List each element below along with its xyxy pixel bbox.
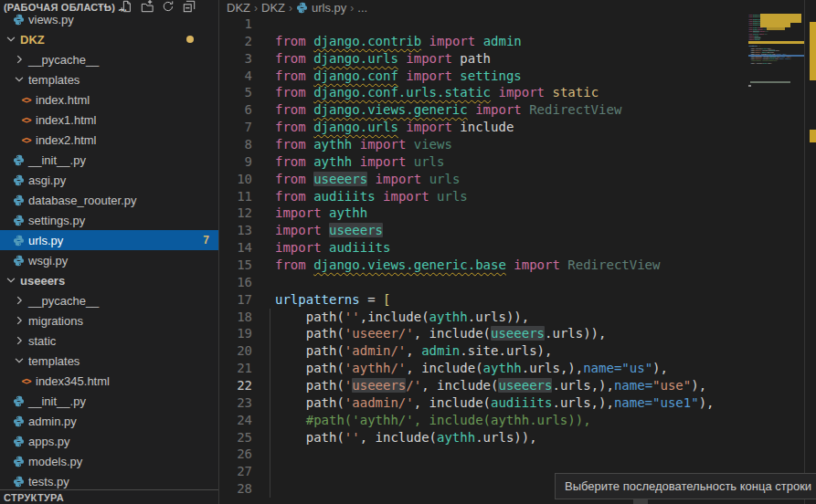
tree-item-urls-py[interactable]: urls.py7 <box>0 230 218 250</box>
line-number-16[interactable]: 16 <box>220 274 252 291</box>
line-number-4[interactable]: 4 <box>220 68 252 85</box>
tree-item-index2-html[interactable]: <>index2.html <box>0 130 218 150</box>
code-line-9[interactable]: from aythh import urls <box>275 153 714 171</box>
refresh-button[interactable] <box>161 0 175 14</box>
line-number-20[interactable]: 20 <box>220 342 252 360</box>
warning-marker <box>810 22 816 80</box>
more-actions-icon: ··· <box>99 0 112 13</box>
tree-item-apps-py[interactable]: apps.py <box>0 431 218 451</box>
line-number-5[interactable]: 5 <box>220 84 252 101</box>
code-line-1[interactable] <box>275 16 714 33</box>
tree-item-admin-py[interactable]: admin.py <box>0 411 218 431</box>
line-number-8[interactable]: 8 <box>220 136 252 153</box>
code-line-3[interactable]: from django.urls import path <box>275 50 714 68</box>
code-line-2[interactable]: from django.contrib import admin <box>275 33 714 50</box>
code-line-14[interactable]: import audiiits <box>275 239 714 257</box>
outline-section-header[interactable]: СТРУКТУРА <box>0 489 218 504</box>
chevron-down-icon <box>4 32 18 47</box>
line-number-7[interactable]: 7 <box>220 119 252 136</box>
line-number-26[interactable]: 26 <box>220 446 252 463</box>
overview-ruler[interactable] <box>804 0 816 504</box>
code-line-10[interactable]: from useeers import urls <box>275 171 714 188</box>
line-number-10[interactable]: 10 <box>220 171 252 188</box>
tree-item-asgi-py[interactable]: asgi.py <box>0 170 218 190</box>
python-file-icon <box>11 456 26 467</box>
tree-item-label: templates <box>28 354 79 368</box>
new-file-button[interactable] <box>119 0 133 14</box>
tree-item-label: apps.py <box>28 435 70 448</box>
tree-item-settings-py[interactable]: settings.py <box>0 210 218 230</box>
tree-item-templates[interactable]: templates <box>0 351 218 371</box>
line-number-1[interactable]: 1 <box>220 16 252 33</box>
minimap[interactable]: from django.contrib import adminfrom dja… <box>748 12 805 190</box>
tree-item-wsgi-py[interactable]: wsgi.py <box>0 250 218 270</box>
breadcrumb-item--[interactable]: ... <box>357 1 367 15</box>
code-line-12[interactable]: import aythh <box>275 205 714 222</box>
code-line-16[interactable] <box>275 274 714 291</box>
tree-item--init-py[interactable]: __init__.py <box>0 150 218 170</box>
code-line-17[interactable]: urlpatterns = [ <box>275 291 714 309</box>
line-number-19[interactable]: 19 <box>220 325 252 342</box>
collapse-all-button[interactable] <box>182 0 196 14</box>
code-line-23[interactable]: path('aadmin/', include(audiiits.urls,),… <box>275 394 714 412</box>
tree-item-DKZ[interactable]: DKZ <box>0 29 218 49</box>
tree-item-database-roouter-py[interactable]: database_roouter.py <box>0 190 218 210</box>
breadcrumb-item-DKZ[interactable]: DKZ <box>227 1 250 15</box>
tree-item-static[interactable]: static <box>0 331 218 351</box>
tree-item-useeers[interactable]: useeers <box>0 270 218 290</box>
line-number-25[interactable]: 25 <box>220 429 252 446</box>
line-number-13[interactable]: 13 <box>220 222 252 239</box>
line-number-6[interactable]: 6 <box>220 101 252 119</box>
line-number-28[interactable]: 28 <box>220 480 252 498</box>
line-number-15[interactable]: 15 <box>220 257 252 274</box>
tree-item--pycache-[interactable]: __pycache__ <box>0 290 218 310</box>
tree-item--pycache-[interactable]: __pycache__ <box>0 49 218 69</box>
line-number-17[interactable]: 17 <box>220 291 252 309</box>
tree-item-migrations[interactable]: migrations <box>0 310 218 331</box>
code-line-25[interactable]: path('', include(aythh.urls)), <box>275 429 714 446</box>
tree-item-models-py[interactable]: models.py <box>0 451 218 471</box>
code-line-24[interactable]: #path('aythh/', include(aythh.urls)), <box>275 412 714 429</box>
line-number-12[interactable]: 12 <box>220 205 252 222</box>
tree-item-tests-py[interactable]: tests.py <box>0 471 218 491</box>
code-line-8[interactable]: from aythh import views <box>275 136 714 153</box>
line-number-23[interactable]: 23 <box>220 394 252 412</box>
tree-item--init-py[interactable]: __init__.py <box>0 391 218 411</box>
explorer-section-header[interactable]: (РАБОЧАЯ ОБЛАСТЬ) ... ··· <box>0 0 218 14</box>
code-line-15[interactable]: from django.views.generic.base import Re… <box>275 257 714 274</box>
code-line-19[interactable]: path('useeer/', include(useeers.urls)), <box>275 325 714 342</box>
code-line-5[interactable]: from django.conf.urls.static import stat… <box>275 84 714 101</box>
tree-item-index-html[interactable]: <>index.html <box>0 89 218 110</box>
code-line-7[interactable]: from django.urls import include <box>275 119 714 136</box>
line-number-gutter[interactable]: 1234567891011121314151617181920212223242… <box>220 16 252 498</box>
tree-item-label: __pycache__ <box>28 53 99 67</box>
code-lines[interactable]: from django.contrib import adminfrom dja… <box>252 16 714 498</box>
line-number-24[interactable]: 24 <box>220 412 252 429</box>
line-number-9[interactable]: 9 <box>220 153 252 171</box>
code-line-20[interactable]: path('admin/', admin.site.urls), <box>275 342 714 360</box>
breadcrumb-item-urls-py[interactable]: urls.py <box>296 1 346 15</box>
code-line-26[interactable] <box>275 446 714 463</box>
new-folder-button[interactable] <box>140 0 154 14</box>
line-number-22[interactable]: 22 <box>220 377 252 394</box>
code-area[interactable]: 1234567891011121314151617181920212223242… <box>220 16 714 498</box>
line-number-27[interactable]: 27 <box>220 463 252 480</box>
tree-item-templates[interactable]: templates <box>0 69 218 89</box>
line-number-11[interactable]: 11 <box>220 188 252 205</box>
code-line-18[interactable]: path('',include(aythh.urls)), <box>275 309 714 326</box>
line-number-14[interactable]: 14 <box>220 239 252 257</box>
line-number-2[interactable]: 2 <box>220 33 252 50</box>
line-number-18[interactable]: 18 <box>220 309 252 326</box>
code-line-11[interactable]: from audiiits import urls <box>275 188 714 205</box>
line-number-3[interactable]: 3 <box>220 50 252 68</box>
tree-item-index345-html[interactable]: <>index345.html <box>0 371 218 391</box>
code-line-13[interactable]: import useeers <box>275 222 714 239</box>
breadcrumb-item-DKZ[interactable]: DKZ <box>261 1 285 15</box>
line-number-21[interactable]: 21 <box>220 360 252 377</box>
code-line-22[interactable]: path('useeers/', include(useeers.urls,),… <box>275 377 714 394</box>
code-line-21[interactable]: path('aythh/', include(aythh.urls,),name… <box>275 360 714 377</box>
minimap-offscreen-content <box>748 85 751 87</box>
code-line-6[interactable]: from django.views.generic import Redirec… <box>275 101 714 119</box>
tree-item-index1-html[interactable]: <>index1.html <box>0 110 218 130</box>
code-line-4[interactable]: from django.conf import settings <box>275 68 714 85</box>
